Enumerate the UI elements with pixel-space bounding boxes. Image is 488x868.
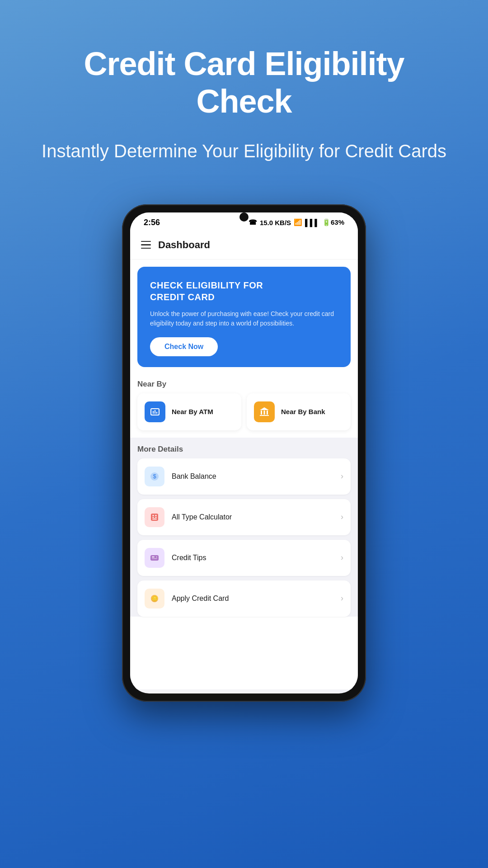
check-now-button[interactable]: Check Now [150, 337, 218, 356]
svg-rect-3 [156, 412, 157, 414]
phone-frame: 2:56 ☎ 15.0 KB/S 📶 ▌▌▌ 🔋63% [122, 204, 366, 702]
credit-tips-item[interactable]: Credit Tips › [137, 540, 351, 576]
more-details-section-label: More Details [130, 439, 358, 458]
apply-credit-card-label: Apply Credit Card [172, 594, 341, 603]
hamburger-line-3 [141, 248, 151, 249]
svg-rect-16 [152, 519, 157, 519]
apply-credit-card-chevron: › [341, 594, 343, 603]
apply-credit-card-item[interactable]: 🪙 Apply Credit Card › [137, 580, 351, 617]
calculator-item[interactable]: All Type Calculator › [137, 499, 351, 535]
svg-rect-17 [150, 555, 159, 561]
app-content: Dashboard CHECK ELIGIBILITY FORCREDIT CA… [130, 231, 358, 689]
status-icons: ☎ 15.0 KB/S 📶 ▌▌▌ 🔋63% [249, 218, 344, 226]
bank-icon [254, 401, 275, 422]
hamburger-line-2 [141, 244, 151, 245]
nearby-atm-label: Near By ATM [172, 407, 213, 416]
bank-balance-icon: $ [145, 467, 164, 486]
hero-subtitle: Instantly Determine Your Eligibility for… [36, 138, 452, 164]
svg-rect-15 [155, 517, 157, 518]
phone-screen: 2:56 ☎ 15.0 KB/S 📶 ▌▌▌ 🔋63% [130, 212, 358, 693]
phone-mockup: 2:56 ☎ 15.0 KB/S 📶 ▌▌▌ 🔋63% [0, 204, 488, 702]
bank-balance-label: Bank Balance [172, 472, 341, 481]
svg-rect-20 [156, 557, 157, 557]
eligibility-card-title: CHECK ELIGIBILITY FORCREDIT CARD [150, 279, 338, 303]
svg-rect-19 [152, 558, 157, 559]
status-data-icon: ☎ [249, 218, 257, 226]
svg-rect-8 [260, 415, 269, 416]
svg-rect-13 [155, 515, 157, 516]
eligibility-card: CHECK ELIGIBILITY FORCREDIT CARD Unlock … [137, 267, 351, 367]
bank-balance-item[interactable]: $ Bank Balance › [137, 458, 351, 495]
svg-marker-4 [260, 407, 269, 410]
bank-balance-chevron: › [341, 472, 343, 481]
status-signal-icon: ▌▌▌ [305, 219, 319, 226]
hamburger-menu-button[interactable] [141, 241, 151, 249]
credit-tips-chevron: › [341, 553, 343, 562]
nearby-section: Near By Near By ATM [130, 374, 358, 438]
credit-tips-label: Credit Tips [172, 554, 341, 562]
svg-rect-18 [152, 557, 155, 557]
nearby-bank-label: Near By Bank [281, 407, 325, 416]
status-battery-label: 🔋63% [322, 218, 344, 226]
nearby-section-label: Near By [130, 374, 358, 393]
eligibility-card-description: Unlock the power of purchasing with ease… [150, 309, 338, 328]
svg-rect-11 [151, 514, 158, 521]
svg-rect-7 [267, 410, 268, 415]
status-wifi-icon: 📶 [294, 218, 302, 226]
more-details-section: More Details $ Bank Balance › [130, 438, 358, 617]
svg-rect-12 [152, 515, 154, 516]
phone-notch [239, 212, 249, 222]
svg-text:🪙: 🪙 [151, 595, 158, 602]
nearby-row: Near By ATM [130, 393, 358, 438]
calculator-label: All Type Calculator [172, 513, 341, 521]
atm-icon [145, 401, 165, 422]
credit-tips-icon [145, 548, 164, 568]
svg-rect-14 [152, 517, 154, 518]
apply-credit-card-icon: 🪙 [145, 589, 164, 609]
app-header: Dashboard [130, 231, 358, 259]
hamburger-line-1 [141, 241, 151, 242]
dashboard-title: Dashboard [158, 239, 210, 251]
nearby-bank-card[interactable]: Near By Bank [247, 393, 351, 430]
svg-rect-5 [261, 410, 262, 415]
svg-rect-1 [153, 411, 154, 414]
svg-text:$: $ [153, 473, 156, 480]
hero-section: Credit Card Eligibility Check Instantly … [0, 0, 488, 191]
svg-rect-6 [264, 410, 265, 415]
nearby-atm-card[interactable]: Near By ATM [137, 393, 241, 430]
status-kb-label: 15.0 KB/S [260, 219, 291, 226]
calculator-icon [145, 507, 164, 527]
status-time: 2:56 [144, 218, 160, 227]
svg-rect-2 [155, 410, 155, 414]
calculator-chevron: › [341, 512, 343, 522]
hero-title: Credit Card Eligibility Check [36, 45, 452, 120]
